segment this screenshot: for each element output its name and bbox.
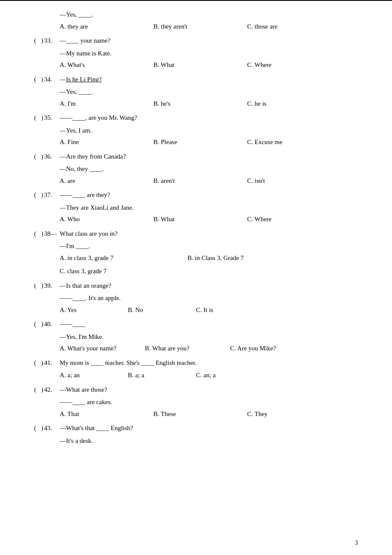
page-number: 3	[355, 540, 358, 546]
question-line-36: ( )36. —Are they from Canada?	[34, 151, 358, 162]
sub-answer-33: —My name is Kate.	[60, 48, 358, 59]
question-line-33: ( )33. —____ your name?	[34, 35, 358, 46]
q-text-43: —What's that ____ English?	[60, 423, 358, 434]
question-line-39: ( )39. —Is that an orange?	[34, 280, 358, 292]
sub-answer-37: —They are XiaoLi and Jane.	[60, 202, 358, 214]
question-line-38: ( )38— What class are you in?	[34, 228, 358, 240]
option-41-c: C. an; a	[196, 370, 264, 381]
option-39-c: C. It is	[196, 305, 264, 316]
option-35-b: B. Please	[153, 137, 247, 148]
sub-answer-35: —Yes, I am.	[60, 125, 358, 136]
option-33-a: A. What's	[60, 60, 153, 71]
sub-answer-42: ——____ are cakes.	[60, 397, 358, 408]
question-block-33: ( )33. —____ your name? —My name is Kate…	[34, 35, 358, 71]
options-37: A. Who B. What C. Where	[60, 214, 358, 225]
question-block-39: ( )39. —Is that an orange? ——____. It's …	[34, 280, 358, 316]
option-35-a: A. Fine	[60, 137, 153, 148]
option-a: A. they are	[60, 21, 153, 32]
question-block-41: ( )41. My mom is ____ teacher. She's ___…	[34, 358, 358, 381]
top-border	[0, 0, 392, 1]
question-line-43: ( )43. —What's that ____ English?	[34, 423, 358, 434]
option-41-b: B. a; a	[128, 370, 196, 381]
question-line-37: ( )37. ——____ are they?	[34, 190, 358, 201]
option-38-a: A. in class 3, grade 7	[60, 253, 187, 264]
question-block-38: ( )38— What class are you in? —I'm ____.…	[34, 228, 358, 277]
q-text-33: —____ your name?	[60, 35, 358, 46]
question-line-41: ( )41. My mom is ____ teacher. She's ___…	[34, 358, 358, 369]
option-34-c: C. he is	[247, 98, 341, 110]
option-36-c: C. isn't	[247, 176, 341, 187]
options-41: A. a; an B. a; a C. an; a	[60, 370, 358, 381]
question-block-36: ( )36. —Are they from Canada? —No, they …	[34, 151, 358, 187]
q-text-34: —Is he Li Ping?	[60, 74, 358, 85]
q-text-42: —What are those?	[60, 384, 358, 396]
question-block-continuation: —Yes, ____. A. they are B. they aren't C…	[34, 9, 358, 32]
q-text-35: ——____, are you Mr. Wang?	[60, 113, 358, 124]
paren-num-43: ( )43.	[34, 423, 60, 434]
q-text-38: What class are you in?	[60, 228, 358, 240]
options-38: A. in class 3, grade 7 B. in Class 3, Gr…	[60, 253, 358, 264]
options-36: A. are B. aren't C. isn't	[60, 176, 358, 187]
option-39-b: B. No	[128, 305, 196, 316]
option-40-b: B. What are you?	[145, 343, 230, 354]
options-42: A. That B. These C. They	[60, 409, 358, 420]
paren-num-33: ( )33.	[34, 35, 60, 46]
paren-num-41: ( )41.	[34, 358, 60, 369]
options-39: A. Yes B. No C. It is	[60, 305, 358, 316]
options-40: A. What's your name? B. What are you? C.…	[60, 343, 358, 354]
q-text-41: My mom is ____ teacher. She's ____ Engli…	[60, 358, 358, 369]
options-33: A. What's B. What C. Where	[60, 60, 358, 71]
question-line-42: ( )42. —What are those?	[34, 384, 358, 396]
sub-answer-40: —Yes, I'm Mike.	[60, 332, 358, 343]
option-33-b: B. What	[153, 60, 247, 71]
question-line-35: ( )35. ——____, are you Mr. Wang?	[34, 113, 358, 124]
option-37-c: C. Where	[247, 214, 341, 225]
options-34: A. I'm B. he's C. he is	[60, 98, 358, 110]
sub-answer: —Yes, ____.	[60, 9, 358, 20]
question-block-42: ( )42. —What are those? ——____ are cakes…	[34, 384, 358, 420]
q-text-36: —Are they from Canada?	[60, 151, 358, 162]
paren-num-39: ( )39.	[34, 280, 60, 292]
q-text-37: ——____ are they?	[60, 190, 358, 201]
page-content: —Yes, ____. A. they are B. they aren't C…	[0, 5, 392, 467]
sub-answer-38: —I'm ____.	[60, 241, 358, 252]
sub-answer-36: —No, they ____.	[60, 164, 358, 175]
option-41-a: A. a; an	[60, 370, 128, 381]
option-35-c: C. Excuse me	[247, 137, 341, 148]
option-33-c: C. Where	[247, 60, 341, 71]
question-block-43: ( )43. —What's that ____ English? —It's …	[34, 423, 358, 446]
option-38-c: C. class 3, grade 7	[60, 266, 187, 277]
option-37-b: B. What	[153, 214, 247, 225]
sub-answer-43: —It's a desk.	[60, 436, 358, 447]
q-text-39: —Is that an orange?	[60, 280, 358, 292]
option-36-a: A. are	[60, 176, 153, 187]
options-line: A. they are B. they aren't C. those are	[60, 21, 358, 32]
option-38-b: B. in Class 3, Grade 7	[187, 253, 315, 264]
paren-num-35: ( )35.	[34, 113, 60, 124]
question-block-37: ( )37. ——____ are they? —They are XiaoLi…	[34, 190, 358, 225]
option-42-a: A. That	[60, 409, 153, 420]
paren-num-34: ( )34.	[34, 74, 60, 85]
question-line-40: ( )40. ——____	[34, 319, 358, 330]
question-line-34: ( )34. —Is he Li Ping?	[34, 74, 358, 85]
option-39-a: A. Yes	[60, 305, 128, 316]
question-block-34: ( )34. —Is he Li Ping? —Yes, ____. A. I'…	[34, 74, 358, 110]
question-block-35: ( )35. ——____, are you Mr. Wang? —Yes, I…	[34, 113, 358, 148]
option-b: B. they aren't	[153, 21, 247, 32]
paren-num-36: ( )36.	[34, 151, 60, 162]
option-40-c: C. Are you Mike?	[230, 343, 315, 354]
question-block-40: ( )40. ——____ —Yes, I'm Mike. A. What's …	[34, 319, 358, 354]
paren-num-40: ( )40.	[34, 319, 60, 330]
option-34-a: A. I'm	[60, 98, 153, 110]
option-34-b: B. he's	[153, 98, 247, 110]
option-36-b: B. aren't	[153, 176, 247, 187]
option-42-c: C. They	[247, 409, 341, 420]
paren-num-37: ( )37.	[34, 190, 60, 201]
option-42-b: B. These	[153, 409, 247, 420]
q-text-40: ——____	[60, 319, 358, 330]
sub-answer-34: —Yes, ____.	[60, 87, 358, 98]
options-38-row2: C. class 3, grade 7	[60, 266, 358, 277]
options-35: A. Fine B. Please C. Excuse me	[60, 137, 358, 148]
paren-num-38: ( )38—	[34, 228, 60, 240]
paren-num-42: ( )42.	[34, 384, 60, 396]
